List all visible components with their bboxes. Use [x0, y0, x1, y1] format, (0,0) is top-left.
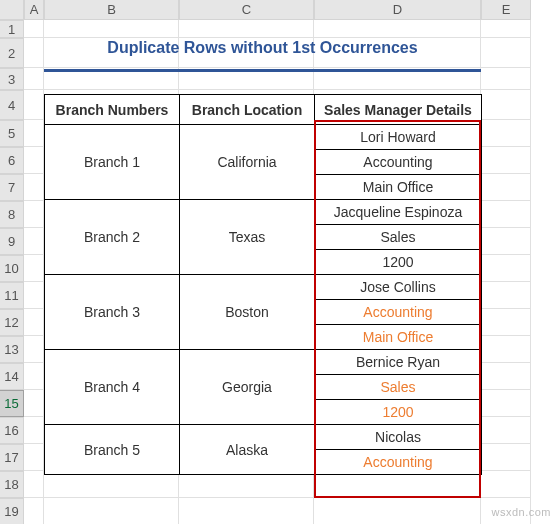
cell-detail[interactable]: Bernice Ryan [315, 350, 482, 375]
cell-detail[interactable]: 1200 [315, 250, 482, 275]
cell-location[interactable]: Alaska [180, 425, 315, 475]
grid-cell[interactable] [44, 498, 179, 524]
grid-cell[interactable] [179, 471, 314, 498]
cell-detail[interactable]: Sales [315, 225, 482, 250]
grid-cell[interactable] [481, 38, 531, 68]
grid-cell[interactable] [24, 255, 44, 282]
col-header-A[interactable]: A [24, 0, 44, 20]
th-branch-numbers[interactable]: Branch Numbers [45, 95, 180, 125]
grid-cell[interactable] [24, 20, 44, 38]
col-header-B[interactable]: B [44, 0, 179, 20]
grid-cell[interactable] [24, 201, 44, 228]
grid-cell[interactable] [481, 68, 531, 90]
grid-cell[interactable] [24, 444, 44, 471]
table-row: Branch 2TexasJacqueline Espinoza [45, 200, 482, 225]
row-header-4[interactable]: 4 [0, 90, 24, 120]
grid-cell[interactable] [24, 174, 44, 201]
col-header-E[interactable]: E [481, 0, 531, 20]
th-sales-manager[interactable]: Sales Manager Details [315, 95, 482, 125]
row-header-18[interactable]: 18 [0, 471, 24, 498]
cell-branch[interactable]: Branch 2 [45, 200, 180, 275]
col-header-C[interactable]: C [179, 0, 314, 20]
grid-cell[interactable] [24, 417, 44, 444]
cell-detail[interactable]: Sales [315, 375, 482, 400]
grid-cell[interactable] [314, 471, 481, 498]
row-header-12[interactable]: 12 [0, 309, 24, 336]
cell-branch[interactable]: Branch 4 [45, 350, 180, 425]
grid-cell[interactable] [481, 201, 531, 228]
select-all-corner[interactable] [0, 0, 24, 20]
cell-detail[interactable]: Jacqueline Espinoza [315, 200, 482, 225]
grid-cell[interactable] [481, 363, 531, 390]
cell-detail[interactable]: Accounting [315, 450, 482, 475]
row-header-11[interactable]: 11 [0, 282, 24, 309]
row-header-2[interactable]: 2 [0, 38, 24, 68]
grid-cell[interactable] [24, 390, 44, 417]
cell-detail[interactable]: Main Office [315, 175, 482, 200]
grid-cell[interactable] [481, 255, 531, 282]
content-area: Duplicate Rows without 1st Occurrences B… [44, 20, 481, 475]
grid-cell[interactable] [481, 309, 531, 336]
grid-cell[interactable] [24, 120, 44, 147]
grid-cell[interactable] [24, 471, 44, 498]
grid-cell[interactable] [44, 471, 179, 498]
cell-location[interactable]: Texas [180, 200, 315, 275]
row-header-19[interactable]: 19 [0, 498, 24, 524]
grid-cell[interactable] [314, 498, 481, 524]
cell-detail[interactable]: Accounting [315, 300, 482, 325]
grid-cell[interactable] [24, 336, 44, 363]
row-header-17[interactable]: 17 [0, 444, 24, 471]
row-header-10[interactable]: 10 [0, 255, 24, 282]
grid-cell[interactable] [179, 498, 314, 524]
grid-cell[interactable] [481, 20, 531, 38]
row-header-14[interactable]: 14 [0, 363, 24, 390]
grid-cell[interactable] [481, 444, 531, 471]
grid-cell[interactable] [481, 120, 531, 147]
grid-cell[interactable] [481, 390, 531, 417]
cell-detail[interactable]: Main Office [315, 325, 482, 350]
grid-cell[interactable] [24, 282, 44, 309]
table-row: Branch 4GeorgiaBernice Ryan [45, 350, 482, 375]
cell-location[interactable]: Georgia [180, 350, 315, 425]
grid-cell[interactable] [481, 417, 531, 444]
cell-detail[interactable]: Lori Howard [315, 125, 482, 150]
row-header-6[interactable]: 6 [0, 147, 24, 174]
grid-cell[interactable] [481, 90, 531, 120]
row-header-5[interactable]: 5 [0, 120, 24, 147]
grid-cell[interactable] [481, 336, 531, 363]
grid-cell[interactable] [24, 38, 44, 68]
grid-cell[interactable] [481, 228, 531, 255]
cell-detail[interactable]: Accounting [315, 150, 482, 175]
grid-cell[interactable] [24, 498, 44, 524]
grid-cell[interactable] [24, 309, 44, 336]
grid-cell[interactable] [24, 90, 44, 120]
row-header-1[interactable]: 1 [0, 20, 24, 38]
row-header-8[interactable]: 8 [0, 201, 24, 228]
grid-cell[interactable] [24, 228, 44, 255]
grid-cell[interactable] [481, 174, 531, 201]
cell-location[interactable]: Boston [180, 275, 315, 350]
row-header-15[interactable]: 15 [0, 390, 24, 417]
row-header-3[interactable]: 3 [0, 68, 24, 90]
grid-cell[interactable] [24, 147, 44, 174]
row-header-16[interactable]: 16 [0, 417, 24, 444]
table-row: Branch 1CaliforniaLori Howard [45, 125, 482, 150]
row-header-13[interactable]: 13 [0, 336, 24, 363]
grid-cell[interactable] [481, 282, 531, 309]
th-branch-location[interactable]: Branch Location [180, 95, 315, 125]
grid-cell[interactable] [24, 363, 44, 390]
cell-detail[interactable]: Jose Collins [315, 275, 482, 300]
cell-branch[interactable]: Branch 3 [45, 275, 180, 350]
col-header-D[interactable]: D [314, 0, 481, 20]
row-header-9[interactable]: 9 [0, 228, 24, 255]
cell-detail[interactable]: 1200 [315, 400, 482, 425]
grid-cell[interactable] [481, 147, 531, 174]
cell-branch[interactable]: Branch 5 [45, 425, 180, 475]
column-headers-row: A B C D E [0, 0, 557, 20]
cell-detail[interactable]: Nicolas [315, 425, 482, 450]
row-header-7[interactable]: 7 [0, 174, 24, 201]
grid-cell[interactable] [24, 68, 44, 90]
cell-location[interactable]: California [180, 125, 315, 200]
grid-cell[interactable] [481, 471, 531, 498]
cell-branch[interactable]: Branch 1 [45, 125, 180, 200]
